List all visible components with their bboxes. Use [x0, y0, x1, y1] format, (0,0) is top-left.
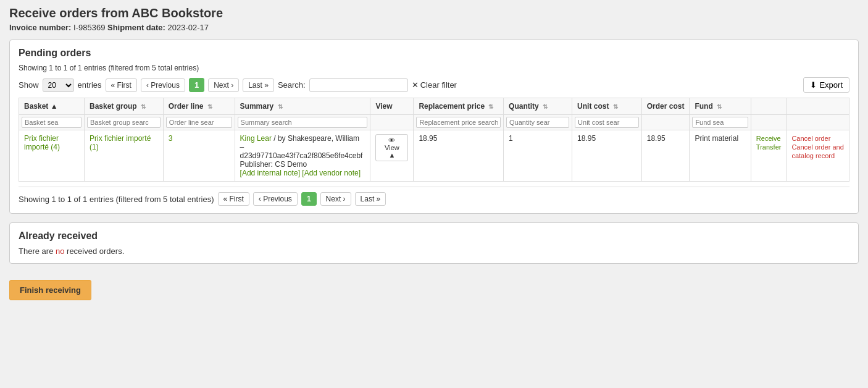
view-btn[interactable]: 👁 View ▲ — [375, 134, 408, 161]
no-received-orders: There are no received orders. — [19, 247, 849, 256]
col-basket[interactable]: Basket ▲ — [19, 98, 85, 115]
quantity-search[interactable] — [506, 117, 569, 128]
basket-search[interactable] — [22, 117, 81, 128]
pending-orders-section: Pending orders Showing 1 to 1 of 1 entri… — [9, 40, 859, 214]
pending-orders-title: Pending orders — [19, 48, 849, 59]
basket-group-link[interactable]: Prix fichier importé (1) — [90, 134, 151, 151]
first-page-btn-bottom[interactable]: « First — [218, 192, 249, 206]
last-page-btn-bottom[interactable]: Last » — [355, 192, 386, 206]
show-select[interactable]: 20 10 50 100 — [43, 78, 74, 92]
orders-table: Basket ▲ Basket group ⇅ Order line ⇅ Sum… — [19, 98, 849, 182]
unit-cost-cell: 18.95 — [572, 130, 642, 182]
replacement-price-cell: 18.95 — [414, 130, 504, 182]
col-order-cost: Order cost — [641, 98, 690, 115]
current-page-top: 1 — [189, 78, 204, 92]
table-search-row — [19, 115, 849, 130]
no-word: no — [56, 247, 64, 256]
next-page-btn-top[interactable]: Next › — [208, 78, 239, 92]
quantity-cell: 1 — [504, 130, 572, 182]
current-page-bottom: 1 — [301, 192, 317, 206]
top-toolbar: Show 20 10 50 100 entries « First ‹ Prev… — [19, 77, 849, 93]
summary-title: King Lear / by Shakespeare, William — [240, 134, 359, 143]
bottom-toolbar: Showing 1 to 1 of 1 entries (filtered fr… — [19, 192, 849, 206]
basket-link[interactable]: Prix fichier importé (4) — [24, 134, 60, 151]
replacement-price-search[interactable] — [416, 117, 501, 128]
showing-bottom: Showing 1 to 1 of 1 entries (filtered fr… — [19, 195, 214, 204]
export-btn[interactable]: ⬇ Export — [803, 77, 849, 93]
show-label: Show — [19, 80, 39, 90]
table-header-row: Basket ▲ Basket group ⇅ Order line ⇅ Sum… — [19, 98, 849, 115]
table-row: Prix fichier importé (4) Prix fichier im… — [19, 130, 849, 182]
order-line-link[interactable]: 3 — [169, 134, 173, 143]
invoice-info: Invoice number: I-985369 Shipment date: … — [9, 23, 859, 32]
summary-search[interactable] — [238, 117, 368, 128]
order-cost-cell: 18.95 — [641, 130, 690, 182]
col-action1 — [751, 98, 787, 115]
col-fund[interactable]: Fund ⇅ — [690, 98, 751, 115]
col-summary[interactable]: Summary ⇅ — [235, 98, 370, 115]
clear-filter-btn[interactable]: ✕ Clear filter — [412, 80, 457, 90]
col-action2 — [787, 98, 849, 115]
col-replacement-price[interactable]: Replacement price ⇅ — [414, 98, 504, 115]
basket-group-search[interactable] — [87, 117, 161, 128]
first-page-btn-top[interactable]: « First — [106, 78, 137, 92]
page-title: Receive orders from ABC Bookstore — [9, 6, 859, 20]
transfer-link[interactable]: Transfer — [756, 143, 782, 151]
search-label: Search: — [278, 80, 306, 90]
fund-cell: Print material — [690, 130, 751, 182]
cancel-order-link[interactable]: Cancel order — [791, 135, 830, 142]
add-vendor-note-link[interactable]: [Add vendor note] — [302, 169, 361, 177]
add-internal-note-link[interactable]: [Add internal note] — [240, 169, 300, 177]
col-view: View — [370, 98, 414, 115]
order-line-search[interactable] — [166, 117, 232, 128]
col-unit-cost[interactable]: Unit cost ⇅ — [572, 98, 642, 115]
previous-page-btn-bottom[interactable]: ‹ Previous — [253, 192, 298, 206]
unit-cost-search[interactable] — [575, 117, 639, 128]
entries-label: entries — [78, 80, 102, 90]
col-basket-group[interactable]: Basket group ⇅ — [85, 98, 164, 115]
previous-page-btn-top[interactable]: ‹ Previous — [141, 78, 185, 92]
fund-search[interactable] — [692, 117, 748, 128]
search-input[interactable] — [309, 78, 408, 92]
last-page-btn-top[interactable]: Last » — [243, 78, 274, 92]
finish-receiving-btn[interactable]: Finish receiving — [9, 280, 91, 300]
cancel-order-catalog-link[interactable]: Cancel order and catalog record — [791, 143, 843, 159]
receive-link[interactable]: Receive — [756, 135, 781, 142]
col-order-line[interactable]: Order line ⇅ — [163, 98, 235, 115]
title-link[interactable]: King Lear — [240, 134, 272, 143]
summary-id: – d23d97710ae43f7ca2f8085e6fe4cebf — [240, 143, 363, 160]
showing-top: Showing 1 to 1 of 1 entries (filtered fr… — [19, 64, 849, 72]
summary-publisher: Publisher: CS Demo — [240, 160, 307, 169]
next-page-btn-bottom[interactable]: Next › — [320, 192, 351, 206]
col-quantity[interactable]: Quantity ⇅ — [504, 98, 572, 115]
already-received-title: Already received — [19, 230, 849, 242]
already-received-section: Already received There are no received o… — [9, 222, 859, 264]
